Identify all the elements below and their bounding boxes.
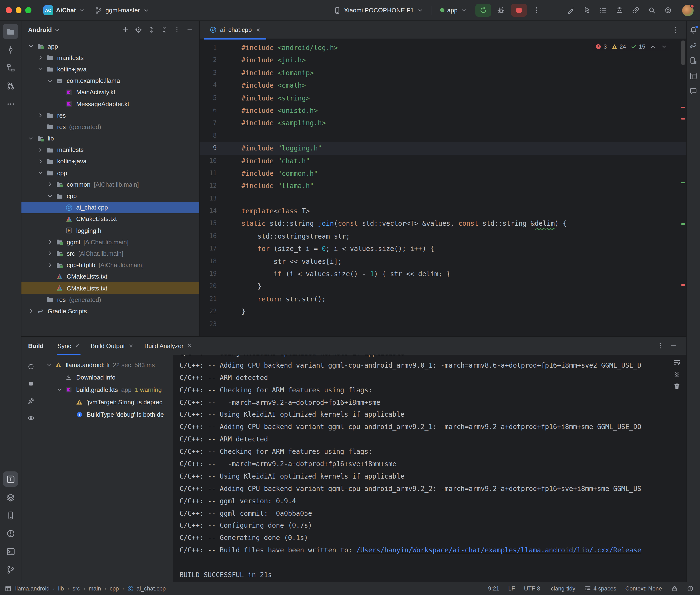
build-tab-build-analyzer[interactable]: Build Analyzer — [139, 337, 198, 355]
inspections-widget[interactable]: 3 24 15 — [592, 42, 670, 51]
build-tab-build-output[interactable]: Build Output — [85, 337, 139, 355]
stop-sync-button[interactable] — [25, 378, 37, 390]
chevron-right-icon[interactable] — [45, 262, 54, 268]
code-line-6[interactable]: 6#include <unistd.h> — [200, 104, 686, 117]
close-tab-icon[interactable] — [187, 343, 193, 348]
tree-item-src[interactable]: src[AiChat.lib.main] — [22, 248, 199, 259]
tree-item-cmakelists-txt[interactable]: CMakeLists.txt — [22, 271, 199, 282]
branch-selector[interactable]: ggml-master — [92, 4, 153, 16]
layout-inspector-tool-button[interactable] — [687, 69, 700, 82]
status-alert-icon[interactable] — [687, 586, 693, 592]
breadcrumb-llama-android[interactable]: llama.android — [15, 586, 50, 592]
error-stripe[interactable] — [679, 39, 686, 336]
build-variants-tool-button[interactable] — [3, 489, 18, 505]
code-line-16[interactable]: 16 std::ostringstream str; — [200, 230, 686, 243]
terminal-tool-button[interactable] — [3, 544, 18, 559]
device-selector[interactable]: Xiaomi POCOPHONE F1 — [330, 4, 426, 16]
code-line-20[interactable]: 20 } — [200, 280, 686, 293]
next-issue-icon[interactable] — [661, 43, 667, 50]
search-everywhere-button[interactable] — [645, 4, 659, 17]
pin-tab-button[interactable] — [25, 395, 37, 407]
code-line-17[interactable]: 17 for (size_t i = 0; i < values.size();… — [200, 243, 686, 255]
code-line-15[interactable]: 15static std::string join(const std::vec… — [200, 217, 686, 230]
plugins-button[interactable] — [628, 4, 643, 17]
tree-item-mainactivity-kt[interactable]: MainActivity.kt — [22, 87, 199, 98]
run-button[interactable] — [475, 4, 491, 17]
breadcrumb-ai-chat-cpp[interactable]: C+ai_chat.cpp — [128, 586, 166, 592]
collapse-all-button[interactable] — [158, 24, 170, 35]
passed-count[interactable]: 15 — [630, 43, 645, 50]
chevron-down-icon[interactable] — [44, 362, 53, 368]
chevron-right-icon[interactable] — [45, 250, 54, 257]
code-line-9[interactable]: 9#include "logging.h" — [200, 142, 686, 154]
tree-item-common[interactable]: common[AiChat.lib.main] — [22, 179, 199, 190]
run-config-selector[interactable]: app — [437, 5, 470, 16]
notifications-button[interactable] — [687, 24, 700, 36]
tree-item-res[interactable]: res(generated) — [22, 121, 199, 133]
tree-item-ggml[interactable]: ggml[AiChat.lib.main] — [22, 236, 199, 248]
tree-item-cmakelists-txt[interactable]: CMakeLists.txt — [22, 213, 199, 225]
code-line-14[interactable]: 14template<class T> — [200, 205, 686, 217]
build-options-icon[interactable] — [654, 340, 666, 352]
errors-count[interactable]: 3 — [595, 43, 607, 50]
code-line-2[interactable]: 2#include <jni.h> — [200, 54, 686, 67]
agents-button[interactable] — [612, 4, 627, 17]
chevron-down-icon[interactable] — [55, 386, 64, 393]
tree-item-cpp[interactable]: cpp — [22, 167, 199, 178]
code-line-23[interactable]: 23 — [200, 318, 686, 331]
chevron-right-icon[interactable] — [36, 147, 45, 153]
minimize-panel-icon[interactable] — [667, 340, 679, 352]
code-line-8[interactable]: 8 — [200, 129, 686, 142]
show-output-button[interactable] — [25, 412, 37, 424]
context-indicator[interactable]: Context: None — [625, 586, 662, 592]
code-line-11[interactable]: 11#include "common.h" — [200, 167, 686, 180]
window-layout-icon[interactable] — [5, 586, 11, 592]
tree-item-kotlin-java[interactable]: kotlin+java — [22, 63, 199, 75]
tree-item-cpp-httplib[interactable]: cpp-httplib[AiChat.lib.main] — [22, 259, 199, 271]
settings-button[interactable] — [661, 4, 675, 17]
close-tab-icon[interactable] — [255, 27, 261, 33]
code-line-13[interactable]: 13 — [200, 192, 686, 205]
minimize-window-button[interactable] — [16, 7, 22, 13]
code-review-button[interactable] — [580, 4, 594, 17]
previous-issue-icon[interactable] — [649, 43, 656, 50]
build-item-jvmtarget-string-is-deprec[interactable]: 'jvmTarget: String' is deprec — [40, 396, 173, 408]
build-item-download-info[interactable]: Download info — [40, 371, 173, 383]
tree-item-cmakelists-txt[interactable]: CMakeLists.txt — [22, 282, 199, 294]
code-line-12[interactable]: 12#include "llama.h" — [200, 180, 686, 192]
cursor-position[interactable]: 9:21 — [488, 586, 499, 592]
chevron-down-icon[interactable] — [36, 170, 45, 176]
build-tab-sync[interactable]: Sync — [52, 337, 85, 355]
tab-ai-chat-cpp[interactable]: C+ ai_chat.cpp — [204, 21, 266, 39]
chevron-right-icon[interactable] — [45, 239, 54, 246]
build-item-build-gradle-kts[interactable]: build.gradle.ktsapp1 warning — [40, 383, 173, 396]
debug-button[interactable] — [494, 4, 508, 17]
code-line-4[interactable]: 4#include <cmath> — [200, 79, 686, 92]
device-manager-tool-button[interactable] — [3, 508, 18, 523]
editor-options-icon[interactable] — [669, 24, 681, 36]
locate-file-button[interactable] — [133, 24, 144, 35]
code-area[interactable]: 1#include <android/log.h>2#include <jni.… — [200, 41, 686, 331]
breadcrumb-main[interactable]: main — [89, 586, 101, 592]
chevron-right-icon[interactable] — [36, 55, 45, 61]
tree-item-res[interactable]: res — [22, 110, 199, 121]
rerun-sync-button[interactable] — [25, 361, 37, 373]
avatar[interactable] — [682, 4, 693, 16]
tree-item-gradle-scripts[interactable]: Gradle Scripts — [22, 306, 199, 317]
warnings-count[interactable]: 24 — [611, 43, 626, 50]
more-options-button[interactable] — [171, 24, 183, 35]
code-line-21[interactable]: 21 return str.str(); — [200, 293, 686, 306]
project-view-selector[interactable]: Android — [28, 26, 60, 33]
code-line-3[interactable]: 3#include <iomanip> — [200, 67, 686, 79]
chevron-down-icon[interactable] — [26, 43, 35, 50]
breadcrumb-src[interactable]: src — [73, 586, 80, 592]
tree-item-manifests[interactable]: manifests — [22, 52, 199, 63]
tree-item-lib[interactable]: lib — [22, 133, 199, 144]
chevron-down-icon[interactable] — [26, 135, 35, 142]
console-file-link[interactable]: /Users/hanyin/Workspace/ai-chat/examples… — [356, 546, 641, 554]
soft-wrap-button[interactable] — [673, 359, 680, 366]
build-panel-title[interactable]: Build — [28, 342, 44, 349]
line-ending[interactable]: LF — [508, 586, 515, 592]
project-tool-button[interactable] — [3, 24, 18, 39]
tree-item-logging-h[interactable]: Hlogging.h — [22, 225, 199, 236]
